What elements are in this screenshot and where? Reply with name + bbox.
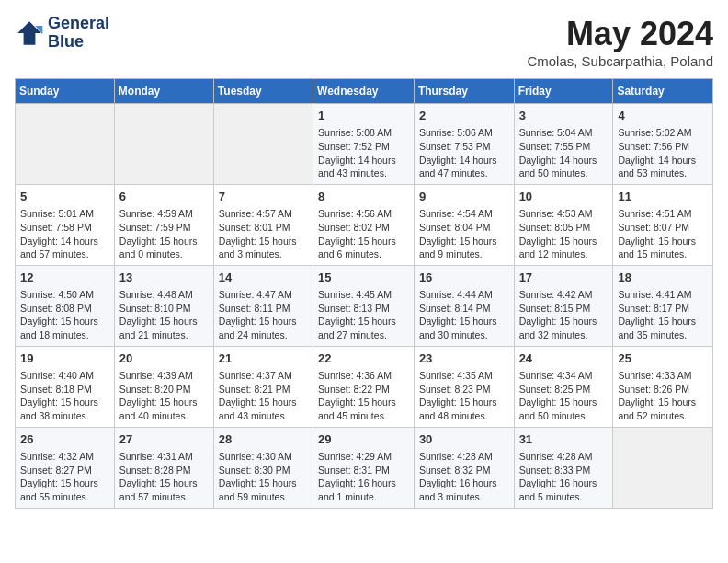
calendar-week-5: 26Sunrise: 4:32 AM Sunset: 8:27 PM Dayli… [16, 427, 713, 508]
calendar-cell: 26Sunrise: 4:32 AM Sunset: 8:27 PM Dayli… [16, 427, 115, 508]
cell-content: Sunrise: 4:36 AM Sunset: 8:22 PM Dayligh… [318, 369, 409, 423]
cell-content: Sunrise: 4:29 AM Sunset: 8:31 PM Dayligh… [318, 450, 409, 504]
day-header-wednesday: Wednesday [313, 79, 415, 104]
cell-content: Sunrise: 4:34 AM Sunset: 8:25 PM Dayligh… [519, 369, 609, 423]
title-block: May 2024 Cmolas, Subcarpathia, Poland [527, 15, 713, 69]
calendar-cell: 25Sunrise: 4:33 AM Sunset: 8:26 PM Dayli… [613, 346, 713, 427]
cell-content: Sunrise: 4:47 AM Sunset: 8:11 PM Dayligh… [219, 288, 308, 342]
day-header-sunday: Sunday [16, 79, 115, 104]
cell-content: Sunrise: 4:41 AM Sunset: 8:17 PM Dayligh… [618, 288, 708, 342]
day-number: 6 [119, 189, 209, 205]
cell-content: Sunrise: 4:56 AM Sunset: 8:02 PM Dayligh… [318, 207, 409, 261]
day-number: 27 [119, 431, 209, 448]
calendar-cell: 9Sunrise: 4:54 AM Sunset: 8:04 PM Daylig… [414, 184, 514, 265]
calendar-week-3: 12Sunrise: 4:50 AM Sunset: 8:08 PM Dayli… [16, 265, 713, 346]
cell-content: Sunrise: 4:37 AM Sunset: 8:21 PM Dayligh… [219, 369, 308, 423]
day-number: 8 [318, 189, 409, 205]
day-number: 9 [419, 189, 509, 205]
calendar-header: SundayMondayTuesdayWednesdayThursdayFrid… [16, 79, 713, 104]
logo: General Blue [15, 15, 109, 52]
cell-content: Sunrise: 4:35 AM Sunset: 8:23 PM Dayligh… [419, 369, 509, 423]
day-number: 7 [219, 189, 308, 205]
calendar-cell: 30Sunrise: 4:28 AM Sunset: 8:32 PM Dayli… [414, 427, 514, 508]
calendar-cell: 19Sunrise: 4:40 AM Sunset: 8:18 PM Dayli… [16, 346, 115, 427]
calendar-cell: 23Sunrise: 4:35 AM Sunset: 8:23 PM Dayli… [414, 346, 514, 427]
cell-content: Sunrise: 5:04 AM Sunset: 7:55 PM Dayligh… [519, 126, 609, 180]
calendar-cell: 1Sunrise: 5:08 AM Sunset: 7:52 PM Daylig… [313, 104, 415, 185]
cell-content: Sunrise: 5:08 AM Sunset: 7:52 PM Dayligh… [318, 126, 409, 180]
calendar-cell: 8Sunrise: 4:56 AM Sunset: 8:02 PM Daylig… [313, 184, 415, 265]
calendar-cell: 28Sunrise: 4:30 AM Sunset: 8:30 PM Dayli… [213, 427, 313, 508]
calendar-week-2: 5Sunrise: 5:01 AM Sunset: 7:58 PM Daylig… [16, 184, 713, 265]
calendar-cell: 6Sunrise: 4:59 AM Sunset: 7:59 PM Daylig… [114, 184, 213, 265]
day-number: 13 [119, 270, 209, 286]
calendar-cell: 17Sunrise: 4:42 AM Sunset: 8:15 PM Dayli… [514, 265, 613, 346]
cell-content: Sunrise: 4:42 AM Sunset: 8:15 PM Dayligh… [519, 288, 609, 342]
calendar-cell: 2Sunrise: 5:06 AM Sunset: 7:53 PM Daylig… [414, 104, 514, 185]
day-number: 5 [20, 189, 109, 205]
calendar-cell [213, 104, 313, 185]
day-number: 25 [618, 350, 708, 367]
calendar-cell: 11Sunrise: 4:51 AM Sunset: 8:07 PM Dayli… [613, 184, 713, 265]
cell-content: Sunrise: 4:31 AM Sunset: 8:28 PM Dayligh… [119, 450, 209, 504]
calendar-cell: 21Sunrise: 4:37 AM Sunset: 8:21 PM Dayli… [213, 346, 313, 427]
calendar-cell: 29Sunrise: 4:29 AM Sunset: 8:31 PM Dayli… [313, 427, 415, 508]
calendar-cell: 7Sunrise: 4:57 AM Sunset: 8:01 PM Daylig… [213, 184, 313, 265]
month-title: May 2024 [527, 15, 713, 53]
day-number: 31 [519, 431, 609, 448]
calendar-cell [16, 104, 115, 185]
cell-content: Sunrise: 5:06 AM Sunset: 7:53 PM Dayligh… [419, 126, 509, 180]
calendar-cell: 12Sunrise: 4:50 AM Sunset: 8:08 PM Dayli… [16, 265, 115, 346]
calendar-week-4: 19Sunrise: 4:40 AM Sunset: 8:18 PM Dayli… [16, 346, 713, 427]
calendar-cell: 16Sunrise: 4:44 AM Sunset: 8:14 PM Dayli… [414, 265, 514, 346]
calendar-cell [114, 104, 213, 185]
cell-content: Sunrise: 4:44 AM Sunset: 8:14 PM Dayligh… [419, 288, 509, 342]
page-header: General Blue May 2024 Cmolas, Subcarpath… [15, 15, 713, 69]
cell-content: Sunrise: 4:50 AM Sunset: 8:08 PM Dayligh… [20, 288, 109, 342]
logo-text: General Blue [48, 15, 109, 52]
day-header-friday: Friday [514, 79, 613, 104]
cell-content: Sunrise: 4:51 AM Sunset: 8:07 PM Dayligh… [618, 207, 708, 261]
day-number: 1 [318, 108, 409, 124]
day-number: 16 [419, 270, 509, 286]
cell-content: Sunrise: 4:28 AM Sunset: 8:32 PM Dayligh… [419, 450, 509, 504]
calendar-cell: 31Sunrise: 4:28 AM Sunset: 8:33 PM Dayli… [514, 427, 613, 508]
cell-content: Sunrise: 4:33 AM Sunset: 8:26 PM Dayligh… [618, 369, 708, 423]
calendar-cell [613, 427, 713, 508]
day-number: 26 [20, 431, 109, 448]
calendar-cell: 10Sunrise: 4:53 AM Sunset: 8:05 PM Dayli… [514, 184, 613, 265]
day-number: 30 [419, 431, 509, 448]
cell-content: Sunrise: 4:54 AM Sunset: 8:04 PM Dayligh… [419, 207, 509, 261]
cell-content: Sunrise: 5:02 AM Sunset: 7:56 PM Dayligh… [618, 126, 708, 180]
day-number: 15 [318, 270, 409, 286]
logo-icon [15, 18, 44, 48]
day-number: 19 [20, 350, 109, 367]
day-header-thursday: Thursday [414, 79, 514, 104]
cell-content: Sunrise: 4:32 AM Sunset: 8:27 PM Dayligh… [20, 450, 109, 504]
calendar-cell: 24Sunrise: 4:34 AM Sunset: 8:25 PM Dayli… [514, 346, 613, 427]
calendar-cell: 5Sunrise: 5:01 AM Sunset: 7:58 PM Daylig… [16, 184, 115, 265]
calendar-table: SundayMondayTuesdayWednesdayThursdayFrid… [15, 78, 713, 509]
calendar-body: 1Sunrise: 5:08 AM Sunset: 7:52 PM Daylig… [16, 104, 713, 509]
day-number: 17 [519, 270, 609, 286]
calendar-cell: 20Sunrise: 4:39 AM Sunset: 8:20 PM Dayli… [114, 346, 213, 427]
logo-line1: General [48, 15, 109, 33]
cell-content: Sunrise: 5:01 AM Sunset: 7:58 PM Dayligh… [20, 207, 109, 261]
calendar-cell: 4Sunrise: 5:02 AM Sunset: 7:56 PM Daylig… [613, 104, 713, 185]
calendar-cell: 27Sunrise: 4:31 AM Sunset: 8:28 PM Dayli… [114, 427, 213, 508]
calendar-cell: 18Sunrise: 4:41 AM Sunset: 8:17 PM Dayli… [613, 265, 713, 346]
header-row: SundayMondayTuesdayWednesdayThursdayFrid… [16, 79, 713, 104]
day-number: 2 [419, 108, 509, 124]
calendar-cell: 3Sunrise: 5:04 AM Sunset: 7:55 PM Daylig… [514, 104, 613, 185]
cell-content: Sunrise: 4:40 AM Sunset: 8:18 PM Dayligh… [20, 369, 109, 423]
day-number: 24 [519, 350, 609, 367]
day-number: 29 [318, 431, 409, 448]
day-number: 3 [519, 108, 609, 124]
calendar-cell: 14Sunrise: 4:47 AM Sunset: 8:11 PM Dayli… [213, 265, 313, 346]
day-header-monday: Monday [114, 79, 213, 104]
day-number: 14 [219, 270, 308, 286]
calendar-cell: 22Sunrise: 4:36 AM Sunset: 8:22 PM Dayli… [313, 346, 415, 427]
day-header-saturday: Saturday [613, 79, 713, 104]
day-number: 28 [219, 431, 308, 448]
cell-content: Sunrise: 4:30 AM Sunset: 8:30 PM Dayligh… [219, 450, 308, 504]
